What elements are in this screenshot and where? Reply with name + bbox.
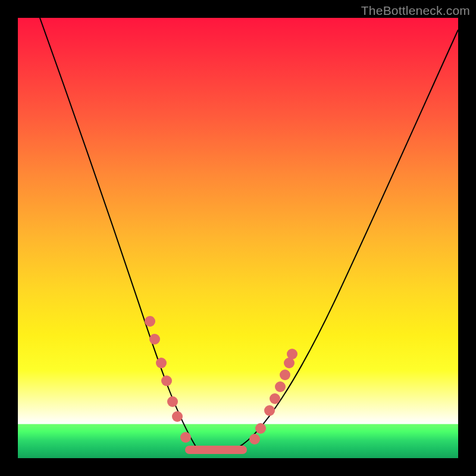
curve-marker <box>167 396 178 407</box>
curve-marker <box>275 381 286 392</box>
curve-marker <box>270 393 280 404</box>
curve-marker <box>149 334 160 345</box>
curve-marker <box>156 358 167 368</box>
curve-marker <box>180 432 191 443</box>
curve-marker <box>145 316 155 327</box>
curve-marker <box>161 375 172 386</box>
curve-marker <box>280 369 290 380</box>
curve-marker <box>255 423 266 434</box>
chart-frame: TheBottleneck.com <box>0 0 476 476</box>
plot-area <box>18 18 458 458</box>
bottleneck-curve <box>40 18 458 447</box>
curve-marker <box>172 411 183 422</box>
curve-marker <box>264 405 275 416</box>
curve-marker <box>287 349 298 359</box>
curve-marker <box>249 434 260 444</box>
bottleneck-curve-svg <box>18 18 458 458</box>
watermark-text: TheBottleneck.com <box>361 4 470 18</box>
